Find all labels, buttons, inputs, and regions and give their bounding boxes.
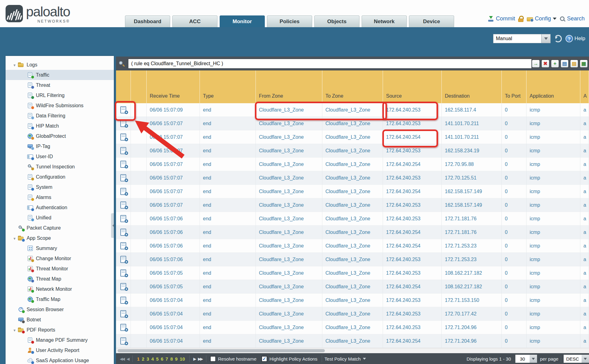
sidebar-item-saas-application-usage[interactable]: SaaS Application Usage	[6, 355, 114, 364]
page-number-6[interactable]: 6	[161, 356, 163, 362]
cell-application[interactable]: icmp	[527, 171, 580, 185]
log-detail-icon[interactable]	[120, 120, 126, 127]
cell-to-zone[interactable]: Cloudflare_L3_Zone	[322, 294, 383, 307]
cell-application[interactable]: icmp	[527, 198, 580, 212]
cell-action[interactable]: a	[580, 158, 589, 171]
tree-expander-icon[interactable]: ▼	[13, 328, 16, 332]
column-header-to-zone[interactable]: To Zone	[322, 70, 383, 103]
column-header-from-zone[interactable]: From Zone	[256, 70, 322, 103]
cell-type[interactable]: end	[200, 171, 256, 185]
cell-to-port[interactable]: 0	[502, 321, 527, 334]
cell-destination[interactable]: 172.71.204.96	[442, 334, 502, 348]
tab-objects[interactable]: Objects	[314, 15, 359, 27]
cell-source[interactable]: 172.64.240.253	[383, 294, 442, 307]
cell-to-zone[interactable]: Cloudflare_L3_Zone	[322, 307, 383, 321]
sidebar-item-user-id[interactable]: User-ID	[6, 151, 114, 162]
sidebar-item-app-scope[interactable]: ▼App Scope	[6, 233, 114, 243]
tree-expander-icon[interactable]: ▼	[13, 237, 16, 240]
sidebar-item-traffic-map[interactable]: Traffic Map	[6, 294, 114, 304]
cell-from-zone[interactable]: Cloudflare_L3_Zone	[256, 103, 322, 117]
sidebar-item-pdf-reports[interactable]: ▼PDF Reports	[6, 325, 114, 335]
cell-to-zone[interactable]: Cloudflare_L3_Zone	[322, 321, 383, 334]
refresh-icon[interactable]	[554, 35, 562, 42]
cell-to-zone[interactable]: Cloudflare_L3_Zone	[322, 158, 383, 171]
column-header-to-port[interactable]: To Port	[502, 70, 527, 103]
config-menu-button[interactable]: Config	[527, 15, 557, 22]
cell-action[interactable]: a	[580, 334, 589, 348]
cell-to-port[interactable]: 0	[502, 158, 527, 171]
cell-type[interactable]: end	[200, 158, 256, 171]
sidebar-item-threat-map[interactable]: Threat Map	[6, 274, 114, 284]
cell-action[interactable]: a	[580, 185, 589, 198]
cell-source[interactable]: 172.64.240.253	[383, 171, 442, 185]
sidebar-item-botnet[interactable]: Botnet	[6, 315, 114, 325]
log-detail-icon[interactable]	[120, 147, 126, 154]
cell-action[interactable]: a	[580, 130, 589, 144]
log-detail-icon[interactable]	[120, 188, 126, 195]
page-number-2[interactable]: 2	[142, 356, 144, 362]
cell-source[interactable]: 172.64.240.254	[383, 226, 442, 239]
cell-application[interactable]: icmp	[527, 144, 580, 158]
cell-to-port[interactable]: 0	[502, 212, 527, 226]
log-detail-icon[interactable]	[120, 242, 126, 249]
tab-device[interactable]: Device	[409, 15, 454, 27]
cell-destination[interactable]: 108.162.217.182	[442, 266, 502, 280]
sidebar-item-logs[interactable]: ▼Logs	[6, 60, 114, 70]
tab-dashboard[interactable]: Dashboard	[125, 15, 170, 27]
cell-destination[interactable]: 162.158.234.19	[442, 144, 502, 158]
page-number-1[interactable]: 1	[137, 356, 140, 362]
cell-destination[interactable]: 162.158.117.4	[442, 103, 502, 117]
scrollbar-thumb[interactable]	[118, 349, 325, 352]
cell-application[interactable]: icmp	[527, 266, 580, 280]
cell-type[interactable]: end	[200, 266, 256, 280]
sidebar-item-user-activity-report[interactable]: User Activity Report	[6, 345, 114, 355]
cell-destination[interactable]: 172.71.253.23	[442, 253, 502, 266]
cell-application[interactable]: icmp	[527, 226, 580, 239]
cell-action[interactable]: a	[580, 307, 589, 321]
log-detail-icon[interactable]	[120, 297, 126, 304]
sidebar-item-traffic[interactable]: Traffic	[6, 70, 114, 80]
page-number-3[interactable]: 3	[147, 356, 149, 362]
sidebar-item-network-monitor[interactable]: Network Monitor	[6, 284, 114, 294]
test-policy-match-dropdown[interactable]: Test Policy Match	[325, 356, 366, 362]
cell-from-zone[interactable]: Cloudflare_L3_Zone	[256, 185, 322, 198]
lock-icon[interactable]	[518, 16, 524, 22]
save-filter-button[interactable]: ▤	[561, 60, 569, 68]
cell-destination[interactable]: 141.101.70.211	[442, 117, 502, 130]
cell-destination[interactable]: 172.71.181.76	[442, 212, 502, 226]
cell-type[interactable]: end	[200, 280, 256, 294]
cell-from-zone[interactable]: Cloudflare_L3_Zone	[256, 294, 322, 307]
cell-from-zone[interactable]: Cloudflare_L3_Zone	[256, 158, 322, 171]
column-header-receive-time[interactable]: Receive Time	[147, 70, 200, 103]
search-button[interactable]: Search	[560, 15, 585, 22]
cell-source[interactable]: 172.64.240.253	[383, 144, 442, 158]
cell-type[interactable]: end	[200, 212, 256, 226]
cell-to-zone[interactable]: Cloudflare_L3_Zone	[322, 103, 383, 117]
cell-to-zone[interactable]: Cloudflare_L3_Zone	[322, 253, 383, 266]
cell-action[interactable]: a	[580, 294, 589, 307]
commit-button[interactable]: Commit	[488, 15, 515, 22]
page-number-4[interactable]: 4	[151, 356, 154, 362]
cell-to-port[interactable]: 0	[502, 117, 527, 130]
cell-from-zone[interactable]: Cloudflare_L3_Zone	[256, 144, 322, 158]
cell-action[interactable]: a	[580, 117, 589, 130]
apply-filter-button[interactable]: →	[532, 60, 540, 68]
cell-source[interactable]: 172.64.240.254	[383, 185, 442, 198]
cell-source[interactable]: 172.64.240.253	[383, 103, 442, 117]
cell-to-zone[interactable]: Cloudflare_L3_Zone	[322, 212, 383, 226]
cell-type[interactable]: end	[200, 239, 256, 253]
sidebar-item-ip-tag[interactable]: IP-Tag	[6, 141, 114, 151]
cell-application[interactable]: icmp	[527, 103, 580, 117]
cell-from-zone[interactable]: Cloudflare_L3_Zone	[256, 239, 322, 253]
page-number-10[interactable]: 10	[180, 356, 185, 362]
cell-type[interactable]: end	[200, 307, 256, 321]
column-header-a[interactable]: A	[580, 70, 589, 103]
cell-action[interactable]: a	[580, 226, 589, 239]
sidebar-item-authentication[interactable]: Authentication	[6, 202, 114, 213]
cell-to-zone[interactable]: Cloudflare_L3_Zone	[322, 226, 383, 239]
sidebar-item-change-monitor[interactable]: Change Monitor	[6, 253, 114, 264]
sidebar-item-system[interactable]: System	[6, 182, 114, 192]
tree-expander-icon[interactable]: ▼	[13, 63, 16, 67]
cell-type[interactable]: end	[200, 130, 256, 144]
cell-to-port[interactable]: 0	[502, 185, 527, 198]
